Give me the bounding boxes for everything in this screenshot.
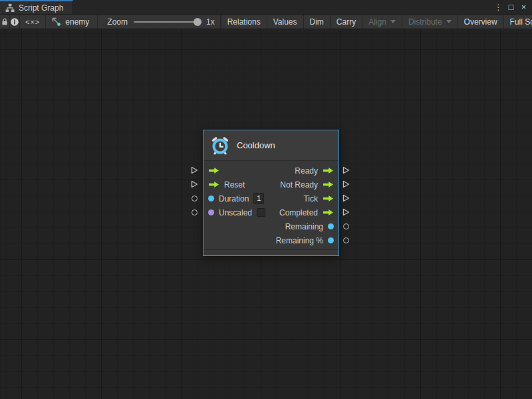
value-port-icon[interactable] [208, 196, 214, 201]
node-port-rows: ReadyResetNot ReadyDuration1TickUnscaled… [203, 161, 338, 249]
toolbar-button-label: Dim [310, 17, 324, 27]
toolbar-button-overview[interactable]: Overview [458, 15, 503, 29]
left-value-port-marker[interactable] [190, 208, 198, 216]
toolbar-button-label: Full Screen [510, 17, 532, 27]
window-controls: ⋮ □ × [493, 0, 532, 14]
graph-toolbar: <×> enemy Zoom 1x RelationsValuesDimCarr… [0, 15, 532, 29]
graph-canvas[interactable]: Cooldown ReadyResetNot ReadyDuration1Tic… [0, 29, 532, 399]
toolbar-button-label: Relations [227, 17, 261, 27]
window-menu-button[interactable]: ⋮ [493, 3, 504, 12]
toolbar-button-align[interactable]: Align [362, 15, 402, 29]
flow-port-icon[interactable] [208, 181, 219, 188]
flow-port-icon[interactable] [323, 195, 334, 202]
toolbar-button-label: Values [273, 17, 297, 27]
toolbar-button-label: Overview [464, 17, 497, 27]
value-port-icon[interactable] [208, 209, 214, 215]
code-view-icon: <×> [25, 18, 40, 26]
zoom-value: 1x [206, 17, 215, 27]
port-label-unscaled: Unscaled [219, 208, 252, 217]
window-tab-bar: Script Graph ⋮ □ × [0, 0, 532, 15]
toolbar-button-values[interactable]: Values [267, 15, 303, 29]
left-value-port-marker[interactable] [190, 194, 198, 202]
cooldown-node[interactable]: Cooldown ReadyResetNot ReadyDuration1Tic… [203, 130, 339, 256]
toolbar-button-label: Distribute [408, 17, 442, 27]
port-label-ready: Ready [295, 166, 318, 176]
port-label-remaining: Remaining [285, 222, 323, 231]
info-button[interactable] [10, 15, 20, 29]
graph-pointer-icon [51, 17, 61, 27]
port-row: UnscaledCompleted [203, 205, 338, 219]
port-row: Duration1Tick [203, 192, 338, 205]
toolbar-buttons: RelationsValuesDimCarryAlignDistributeOv… [221, 15, 532, 29]
graph-context-button[interactable]: enemy [46, 15, 98, 29]
toolbar-button-carry[interactable]: Carry [330, 15, 362, 29]
left-flow-port-marker[interactable] [190, 180, 198, 188]
duration-input[interactable]: 1 [253, 193, 264, 204]
flow-port-icon[interactable] [323, 167, 334, 174]
toolbar-button-distribute[interactable]: Distribute [402, 15, 458, 29]
zoom-slider-handle[interactable] [194, 18, 201, 26]
context-name: enemy [65, 17, 89, 27]
port-row: Remaining [203, 219, 338, 233]
toolbar-button-full-screen[interactable]: Full Screen [503, 15, 532, 29]
zoom-slider[interactable] [134, 21, 200, 23]
zoom-control: Zoom 1x [98, 15, 220, 29]
value-port-icon[interactable] [328, 223, 334, 229]
flow-port-icon[interactable] [208, 167, 219, 174]
port-row: ResetNot Ready [203, 178, 338, 192]
right-value-port-marker[interactable] [342, 222, 350, 230]
port-row: Remaining % [203, 233, 338, 247]
value-port-icon[interactable] [328, 237, 334, 243]
right-value-port-marker[interactable] [342, 236, 350, 244]
left-flow-port-marker[interactable] [190, 166, 198, 174]
toolbar-button-label: Align [368, 17, 386, 27]
port-label-tick: Tick [303, 194, 318, 203]
node-header[interactable]: Cooldown [203, 130, 338, 161]
script-graph-icon [5, 3, 15, 13]
port-label-reset: Reset [224, 180, 245, 190]
flow-port-icon[interactable] [323, 209, 334, 216]
port-row: Ready [203, 164, 338, 178]
right-flow-port-marker[interactable] [342, 166, 350, 174]
toolbar-button-dim[interactable]: Dim [303, 15, 330, 29]
port-label-completed: Completed [279, 208, 318, 217]
right-flow-port-marker[interactable] [342, 194, 350, 202]
timer-icon [210, 136, 230, 156]
code-view-button[interactable]: <×> [20, 15, 46, 29]
node-footer [203, 249, 338, 255]
right-flow-port-marker[interactable] [342, 208, 350, 216]
maximize-button[interactable]: □ [505, 2, 517, 12]
toolbar-button-relations[interactable]: Relations [221, 15, 267, 29]
lock-icon [0, 17, 9, 27]
node-title: Cooldown [237, 140, 275, 150]
tab-title: Script Graph [19, 3, 63, 13]
close-button[interactable]: × [518, 2, 529, 12]
port-label-remaining: Remaining % [276, 236, 323, 245]
flow-port-icon[interactable] [323, 181, 334, 188]
info-icon [10, 17, 19, 27]
unscaled-checkbox[interactable] [257, 208, 265, 217]
tab-script-graph[interactable]: Script Graph [0, 0, 73, 14]
port-label-duration: Duration [219, 194, 249, 203]
chevron-down-icon [390, 20, 396, 23]
chevron-down-icon [446, 20, 452, 23]
lock-button[interactable] [0, 15, 10, 29]
right-flow-port-marker[interactable] [342, 180, 350, 188]
toolbar-button-label: Carry [336, 17, 356, 27]
zoom-label: Zoom [107, 17, 128, 27]
port-label-not-ready: Not Ready [280, 180, 318, 190]
